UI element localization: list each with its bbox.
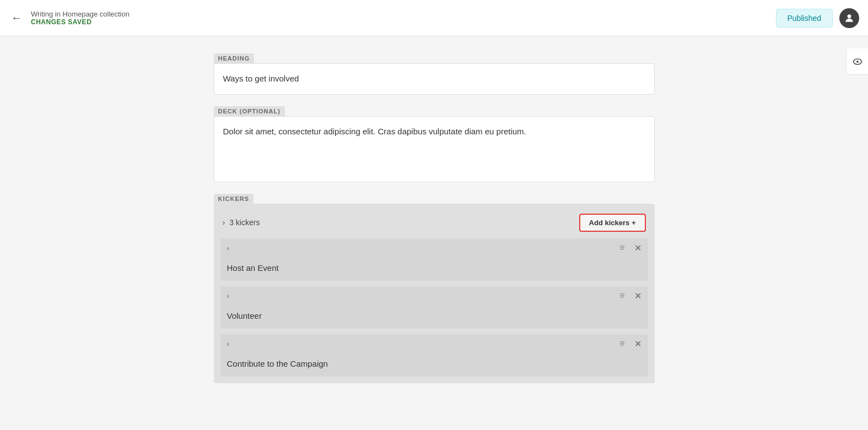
topbar-left: ← Writing in Homepage collection CHANGES…	[9, 9, 130, 26]
kicker-drag-icon[interactable]: ≡	[619, 243, 625, 253]
published-button[interactable]: Published	[776, 9, 833, 28]
main-content: HEADING Ways to get involved DECK (OPTIO…	[0, 36, 868, 411]
editor-container: HEADING Ways to get involved DECK (OPTIO…	[214, 53, 655, 394]
kicker-item-body: Volunteer	[220, 306, 648, 329]
kicker-item-header: › ≡ ✕	[220, 238, 648, 258]
kicker-drag-icon[interactable]: ≡	[619, 291, 625, 301]
topbar-info: Writing in Homepage collection CHANGES S…	[31, 10, 130, 26]
heading-field[interactable]: Ways to get involved	[214, 63, 655, 95]
deck-value: Dolor sit amet, consectetur adipiscing e…	[223, 127, 526, 136]
kickers-count-row: › 3 kickers	[223, 218, 260, 227]
back-icon: ←	[11, 12, 22, 24]
kickers-container: › 3 kickers Add kickers + › ≡ ✕	[214, 204, 655, 383]
svg-point-0	[848, 14, 851, 18]
kicker-item-header: › ≡ ✕	[220, 286, 648, 306]
kicker-expand-icon[interactable]: ›	[227, 292, 229, 300]
eye-preview-button[interactable]	[846, 48, 868, 75]
kickers-list: › ≡ ✕ Host an Event ›	[220, 238, 648, 377]
kickers-top-row: › 3 kickers Add kickers +	[220, 210, 648, 238]
back-button[interactable]: ←	[9, 9, 24, 26]
svg-point-2	[856, 60, 858, 62]
deck-field[interactable]: Dolor sit amet, consectetur adipiscing e…	[214, 116, 655, 182]
kicker-item: › ≡ ✕ Contribute to the Campaign	[220, 334, 648, 377]
topbar: ← Writing in Homepage collection CHANGES…	[0, 0, 868, 36]
kicker-expand-icon[interactable]: ›	[227, 244, 229, 252]
kicker-item: › ≡ ✕ Host an Event	[220, 238, 648, 281]
kicker-item-controls: ≡ ✕	[619, 339, 641, 349]
kicker-close-button[interactable]: ✕	[634, 339, 641, 349]
changes-saved-label: CHANGES SAVED	[31, 18, 130, 26]
kickers-count: 3 kickers	[229, 218, 260, 227]
add-kickers-button[interactable]: Add kickers +	[579, 214, 646, 232]
avatar-button[interactable]	[839, 8, 859, 28]
kicker-close-button[interactable]: ✕	[634, 243, 641, 253]
kicker-item: › ≡ ✕ Volunteer	[220, 286, 648, 329]
kicker-item-name: Volunteer	[227, 311, 262, 320]
eye-icon	[852, 56, 863, 67]
heading-label: HEADING	[214, 53, 255, 63]
kicker-item-body: Contribute to the Campaign	[220, 353, 648, 377]
kicker-item-controls: ≡ ✕	[619, 243, 641, 253]
collection-label: Writing in Homepage collection	[31, 10, 130, 18]
kicker-item-name: Contribute to the Campaign	[227, 359, 328, 368]
kicker-item-controls: ≡ ✕	[619, 291, 641, 301]
kicker-item-header: › ≡ ✕	[220, 334, 648, 353]
topbar-right: Published	[776, 8, 860, 28]
kicker-close-button[interactable]: ✕	[634, 291, 641, 301]
kicker-item-body: Host an Event	[220, 258, 648, 281]
deck-label: DECK (OPTIONAL)	[214, 106, 285, 116]
kicker-item-name: Host an Event	[227, 263, 279, 273]
kickers-section: KICKERS › 3 kickers Add kickers + ›	[214, 193, 655, 383]
kickers-label: KICKERS	[214, 194, 254, 204]
kickers-expand-icon[interactable]: ›	[223, 218, 225, 227]
kicker-expand-icon[interactable]: ›	[227, 340, 229, 348]
deck-section: DECK (OPTIONAL) Dolor sit amet, consecte…	[214, 106, 655, 182]
heading-section: HEADING Ways to get involved	[214, 53, 655, 95]
heading-value: Ways to get involved	[223, 74, 299, 83]
user-icon	[844, 13, 855, 24]
kicker-drag-icon[interactable]: ≡	[619, 339, 625, 349]
